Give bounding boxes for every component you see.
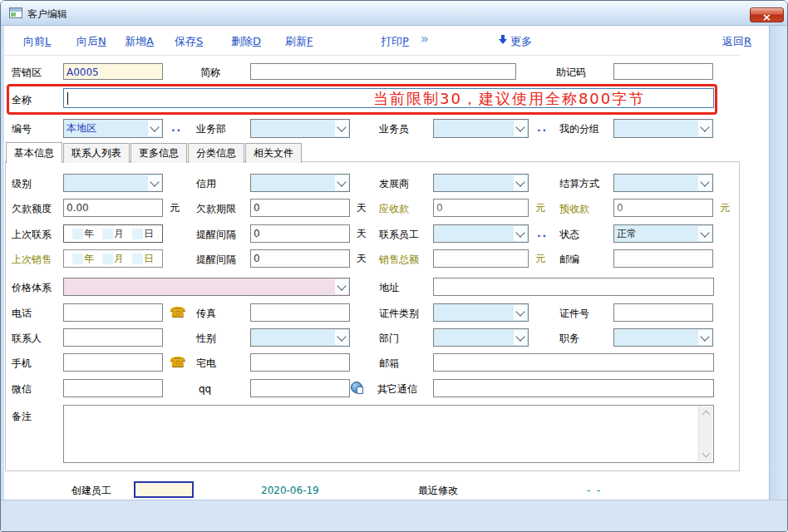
chevron-down-icon: [698, 175, 712, 190]
advance-input[interactable]: 0: [613, 199, 713, 217]
my-group-select[interactable]: [613, 119, 713, 138]
wechat-input[interactable]: [63, 379, 163, 397]
fax-label: 传真: [196, 305, 216, 322]
created-by-input[interactable]: [134, 481, 194, 498]
department-select[interactable]: [433, 328, 529, 347]
qq-input[interactable]: [250, 379, 350, 397]
toolbar-next-button[interactable]: 向后N: [76, 34, 106, 49]
zip-input[interactable]: [613, 249, 713, 268]
cert-no-input[interactable]: [613, 303, 713, 322]
toolbar-prev-button[interactable]: 向前L: [23, 34, 51, 49]
debt-limit-unit: 元: [170, 199, 180, 217]
phone-input[interactable]: [63, 303, 163, 322]
settlement-label: 结算方式: [559, 175, 599, 192]
gender-select[interactable]: [250, 328, 350, 347]
chevron-down-icon: [335, 175, 348, 190]
last-contact-label: 上次联系: [12, 226, 52, 243]
window-title: 客户编辑: [27, 7, 67, 22]
phone-dial-icon[interactable]: ☎: [170, 304, 186, 321]
mobile-input[interactable]: [63, 353, 163, 372]
debt-limit-input[interactable]: 0.00: [63, 199, 163, 217]
mobile-dial-icon[interactable]: ☎: [170, 354, 186, 371]
tab-category-info[interactable]: 分类信息: [188, 143, 244, 163]
remind-sale-label: 提醒间隔: [196, 251, 236, 268]
toolbar-print-button[interactable]: 打印P: [381, 34, 409, 49]
advance-unit: 元: [720, 199, 730, 217]
credit-label: 信用: [196, 175, 216, 192]
toolbar-save-button[interactable]: 保存S: [175, 34, 203, 49]
level-select[interactable]: [63, 174, 163, 192]
day-label: 日: [144, 252, 154, 266]
titlebar: 客户编辑 ×: [1, 1, 787, 26]
last-contact-date-field[interactable]: 年 月 日: [63, 224, 163, 243]
settlement-select[interactable]: [613, 174, 713, 192]
debt-term-label: 欠款期限: [196, 200, 236, 217]
number-browse-link[interactable]: ..: [171, 122, 182, 134]
fax-input[interactable]: [250, 303, 350, 322]
toolbar-add-button[interactable]: 新增A: [125, 34, 154, 49]
email-input[interactable]: [433, 353, 714, 372]
salesman-browse-link[interactable]: ..: [537, 122, 548, 134]
window-icon: [9, 7, 22, 18]
salesman-select[interactable]: [433, 119, 529, 138]
last-sale-date-field[interactable]: 年 月 日: [63, 249, 163, 268]
number-label: 编号: [12, 121, 32, 137]
developer-select[interactable]: [433, 174, 529, 192]
double-chevron-icon: »: [421, 32, 429, 47]
contact-staff-select[interactable]: [433, 224, 529, 243]
status-select[interactable]: 正常: [613, 224, 713, 243]
contact-staff-browse-link[interactable]: ..: [537, 228, 548, 239]
position-select[interactable]: [613, 328, 713, 347]
toolbar-back-button[interactable]: 返回R: [722, 34, 751, 49]
receivable-input[interactable]: 0: [433, 199, 529, 217]
phone-label: 电话: [12, 305, 32, 322]
contact-person-input[interactable]: [63, 328, 163, 347]
remind-sale-input[interactable]: 0: [250, 249, 350, 268]
debt-term-input[interactable]: 0: [250, 199, 350, 217]
qq-icon[interactable]: [351, 382, 362, 393]
toolbar-expand-button[interactable]: »: [421, 32, 429, 47]
other-comm-label: 其它通信: [377, 381, 417, 397]
other-comm-input[interactable]: [433, 379, 714, 397]
sales-total-unit: 元: [535, 249, 545, 268]
chevron-down-icon: [698, 330, 712, 345]
mnemonic-input[interactable]: [613, 63, 713, 80]
cert-type-select[interactable]: [433, 303, 529, 322]
scroll-up-icon[interactable]: [699, 406, 712, 420]
marketing-area-input[interactable]: A0005: [63, 63, 163, 80]
chevron-down-icon: [698, 121, 712, 136]
scroll-down-icon[interactable]: [699, 448, 712, 461]
toolbar-more-button[interactable]: 更多: [499, 34, 532, 49]
add-key: A: [146, 35, 154, 47]
debt-limit-label: 欠款额度: [12, 200, 52, 217]
notes-textarea[interactable]: [63, 405, 714, 463]
tab-more-info[interactable]: 更多信息: [131, 143, 187, 163]
zip-label: 邮编: [559, 251, 579, 268]
sales-total-input[interactable]: [433, 249, 529, 268]
tab-contact-list[interactable]: 联系人列表: [63, 143, 130, 163]
tab-related-files[interactable]: 相关文件: [245, 143, 302, 163]
business-dept-select[interactable]: [250, 119, 350, 138]
toolbar-refresh-button[interactable]: 刷新F: [285, 34, 313, 49]
date-patch: [132, 229, 143, 239]
close-button[interactable]: ×: [750, 7, 784, 22]
email-label: 邮箱: [379, 355, 399, 372]
address-input[interactable]: [433, 278, 714, 296]
year-label: 年: [84, 252, 94, 266]
remind-sale-unit: 天: [357, 249, 367, 268]
refresh-key: F: [307, 35, 313, 47]
number-select[interactable]: 本地区: [63, 119, 163, 138]
delete-label: 删除: [231, 35, 253, 47]
notes-scrollbar[interactable]: [698, 406, 712, 461]
toolbar-delete-button[interactable]: 删除D: [231, 34, 261, 49]
remind-contact-input[interactable]: 0: [250, 224, 350, 243]
credit-select[interactable]: [250, 174, 350, 192]
home-phone-input[interactable]: [250, 353, 350, 372]
alert-highlight-box: [7, 84, 717, 115]
date-patch: [72, 229, 83, 239]
month-label: 月: [114, 252, 124, 266]
tab-basic-info[interactable]: 基本信息: [6, 142, 62, 163]
date-patch: [132, 254, 143, 264]
short-name-input[interactable]: [250, 63, 516, 80]
price-system-select[interactable]: [63, 278, 350, 296]
